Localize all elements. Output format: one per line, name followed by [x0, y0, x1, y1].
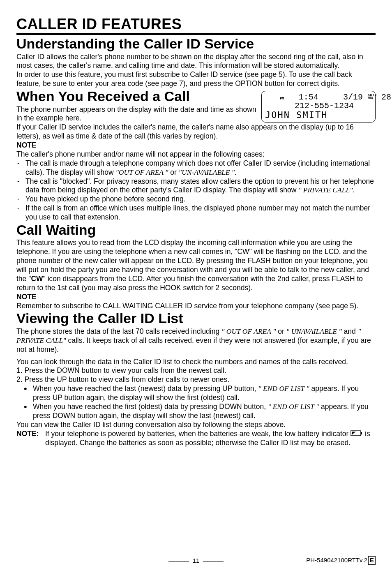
heading-understanding: Understanding the Caller ID Service: [16, 35, 376, 53]
para-callwait: This feature allows you to read from the…: [16, 238, 376, 292]
page-number: 11: [193, 557, 200, 564]
note2-row: NOTE: If your telephone is powered by ba…: [16, 430, 376, 448]
view-bullets: When you have reached the last (newest) …: [16, 384, 376, 421]
lcd-name: JOHN SMITH: [265, 110, 372, 120]
para-view-3: You can view the Caller ID list during c…: [16, 421, 376, 430]
heading-callwaiting: Call Waiting: [16, 221, 376, 239]
note2-label: NOTE:: [16, 430, 45, 448]
doc-id: PH-549042100RTTv.2: [306, 557, 367, 564]
para-understanding-1: Caller ID allows the caller's phone numb…: [16, 53, 376, 71]
lcd-time: 1:54: [299, 92, 318, 102]
note-label-2: NOTE: [16, 293, 376, 302]
note1-list: The call is made through a telephone com…: [16, 159, 376, 222]
note1-intro: The caller's phone number and/or name wi…: [16, 150, 376, 159]
note2-body: If your telephone is powered by batterie…: [45, 430, 376, 448]
battery-low-icon: [350, 430, 363, 439]
para-view-1: The phone stores the data of the last 70…: [16, 327, 376, 354]
view-bullet-2: When you have reached the first (oldest)…: [31, 402, 376, 421]
note1-item-4: If the call is from an office which uses…: [24, 204, 376, 222]
para-callwait-note: Remember to subscribe to CALL WAITING CA…: [16, 302, 376, 311]
svg-marker-2: [352, 432, 356, 435]
view-bullet-1: When you have reached the last (newest) …: [31, 384, 376, 402]
note1-item-1: The call is made through a telephone com…: [24, 159, 376, 177]
para-understanding-2: In order to use this feature, you must f…: [16, 70, 376, 88]
lcd-new-label: NEW: [368, 96, 373, 99]
note1-item-3: You have picked up the phone before seco…: [24, 195, 376, 204]
rev-box: E: [368, 556, 376, 565]
para-view-2: You can look through the data in the Cal…: [16, 358, 376, 367]
page-title: CALLER ID FEATURES: [16, 15, 376, 33]
page-footer: 11 PH-549042100RTTv.2E: [16, 557, 376, 565]
lcd-date: 3/19: [343, 92, 363, 102]
note1-item-2: The call is "blocked". For privacy reaso…: [24, 177, 376, 195]
lcd-count: 28: [381, 92, 391, 102]
lcd-example: PM 1:54 3/19 CALL#NEW 28 212-555-1234 JO…: [261, 91, 376, 122]
view-step-1: 1. Press the DOWN button to view your ca…: [16, 366, 376, 375]
heading-viewing: Viewing the Caller ID List: [16, 310, 376, 327]
para-received-2: If your Caller ID service includes the c…: [16, 123, 376, 141]
svg-rect-1: [361, 432, 362, 434]
lcd-phone: 212-555-1234: [295, 101, 354, 111]
lcd-pm: PM: [280, 97, 284, 101]
note-label: NOTE: [16, 141, 376, 150]
view-step-2: 2. Press the UP button to view calls fro…: [16, 375, 376, 384]
